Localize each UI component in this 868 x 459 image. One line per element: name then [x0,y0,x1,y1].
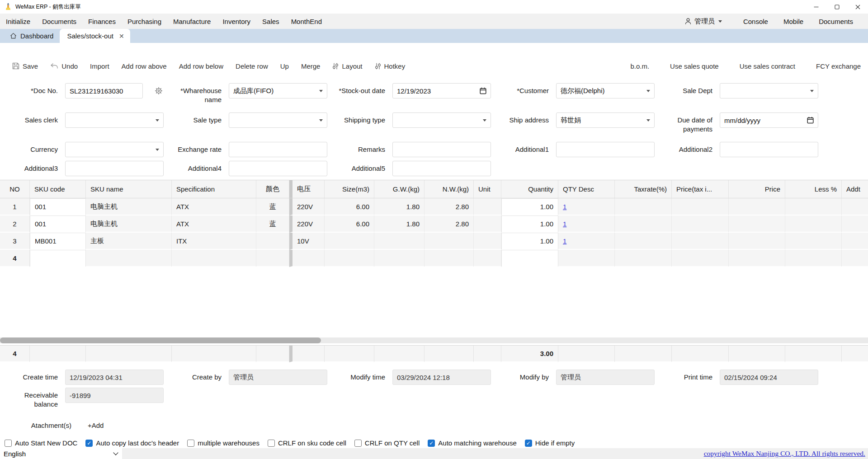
menu-initialize[interactable]: Initialize [0,18,36,25]
menu-purchasing[interactable]: Purchasing [122,18,167,25]
cell-nw[interactable] [425,233,474,250]
column-header-voltage[interactable]: 电压 [289,180,325,198]
cell-gw[interactable] [374,233,425,250]
fcy-exchange-button[interactable]: FCY exchange [816,62,861,70]
menu-console[interactable]: Console [736,18,776,25]
checkbox-unchecked-icon[interactable] [268,440,275,447]
cell-size[interactable] [325,233,374,250]
cell-voltage[interactable]: 10V [289,233,325,250]
cell-sku_code[interactable] [30,250,86,267]
additional5-input[interactable] [392,161,491,176]
cell-unit[interactable] [474,215,501,233]
shipping-type-select[interactable] [392,112,491,128]
option-auto-copy-last-doc-s-header[interactable]: ✓Auto copy last doc's header [85,439,179,447]
additional3-input[interactable] [65,161,164,176]
cell-addt[interactable] [842,198,868,215]
cell-addt[interactable] [842,215,868,233]
delete-row-button[interactable]: Delete row [236,62,268,70]
gear-icon[interactable] [155,87,163,95]
menu-manufacture[interactable]: Manufacture [167,18,217,25]
cell-sku_name[interactable] [86,250,172,267]
option-crlf-on-sku-code-cell[interactable]: CRLF on sku code cell [268,439,346,447]
column-header-size[interactable]: Size(m3) [325,180,374,198]
option-multiple-warehouses[interactable]: multiple warehouses [187,439,259,447]
column-header-no[interactable]: NO [0,180,30,198]
calendar-icon[interactable] [807,117,814,124]
tab-close-icon[interactable]: ✕ [119,33,124,39]
cell-addt[interactable] [842,250,868,267]
column-header-qty_desc[interactable]: QTY Desc [558,180,615,198]
cell-unit[interactable] [474,233,501,250]
cell-no[interactable]: 4 [0,250,30,267]
cell-taxrate[interactable] [615,250,672,267]
cell-price_tax[interactable] [672,250,729,267]
currency-select[interactable] [65,142,164,157]
menu-sales[interactable]: Sales [256,18,285,25]
cell-quantity[interactable]: 1.00 [501,233,558,250]
menu-documents[interactable]: Documents [36,18,82,25]
cell-less[interactable] [785,215,842,233]
cell-nw[interactable]: 2.80 [425,215,474,233]
add-row-below-button[interactable]: Add row below [179,62,223,70]
qty-desc-link[interactable]: 1 [563,203,566,211]
column-header-color[interactable]: 颜色 [256,180,289,198]
cell-sku_name[interactable]: 电脑主机 [86,215,172,233]
save-button[interactable]: Save [12,62,38,70]
cell-size[interactable]: 6.00 [325,215,374,233]
column-header-price[interactable]: Price [729,180,785,198]
exchange-rate-input[interactable] [229,142,327,157]
checkbox-checked-icon[interactable]: ✓ [525,440,532,447]
cell-price[interactable] [729,233,785,250]
close-button[interactable] [847,0,868,14]
menu-mobile[interactable]: Mobile [776,18,811,25]
cell-quantity[interactable] [501,250,558,267]
cell-sku_code[interactable]: 001 [30,198,86,215]
cell-voltage[interactable]: 220V [289,198,325,215]
additional4-input[interactable] [229,161,327,176]
up-button[interactable]: Up [280,62,289,70]
column-header-sku_code[interactable]: SKU code [30,180,86,198]
scrollbar-thumb[interactable] [0,337,321,343]
cell-addt[interactable] [842,233,868,250]
sale-type-select[interactable] [229,112,327,128]
undo-button[interactable]: Undo [50,62,78,70]
cell-gw[interactable] [374,250,425,267]
cell-size[interactable]: 6.00 [325,198,374,215]
column-header-unit[interactable]: Unit [474,180,501,198]
option-auto-start-new-doc[interactable]: Auto Start New DOC [5,439,77,447]
additional2-input[interactable] [720,142,818,157]
menu-inventory[interactable]: Inventory [217,18,256,25]
cell-less[interactable] [785,198,842,215]
use-sales-contract-button[interactable]: Use sales contract [740,62,795,70]
customer-select[interactable]: 德尔福(Delphi) [556,83,655,98]
calendar-icon[interactable] [480,87,486,94]
maximize-button[interactable] [826,0,847,14]
cell-qty_desc[interactable]: 1 [558,198,615,215]
checkbox-unchecked-icon[interactable] [5,440,12,447]
menu-monthend[interactable]: MonthEnd [285,18,328,25]
add-row-above-button[interactable]: Add row above [122,62,167,70]
cell-nw[interactable] [425,250,474,267]
qty-desc-link[interactable]: 1 [563,237,566,245]
language-select[interactable]: English [0,448,122,459]
column-header-price_tax[interactable]: Price(tax i... [672,180,729,198]
tab-sales-stock-out[interactable]: Sales/stock-out ✕ [60,29,130,43]
cell-price_tax[interactable] [672,215,729,233]
hotkey-button[interactable]: Hotkey [375,62,406,70]
cell-qty_desc[interactable] [558,250,615,267]
use-sales-quote-button[interactable]: Use sales quote [670,62,719,70]
add-attachment-button[interactable]: +Add [88,422,104,429]
import-button[interactable]: Import [90,62,109,70]
cell-taxrate[interactable] [615,215,672,233]
cell-less[interactable] [785,250,842,267]
cell-quantity[interactable]: 1.00 [501,198,558,215]
cell-gw[interactable]: 1.80 [374,215,425,233]
cell-spec[interactable] [172,250,256,267]
cell-no[interactable]: 2 [0,215,30,233]
warehouse-select[interactable]: 成品库(FIFO) [229,83,327,98]
cell-color[interactable] [256,233,289,250]
doc-no-input[interactable] [65,83,143,98]
stock-out-date-input[interactable]: 12/19/2023 [392,83,491,98]
bom-button[interactable]: b.o.m. [630,62,649,70]
cell-spec[interactable]: ITX [172,233,256,250]
